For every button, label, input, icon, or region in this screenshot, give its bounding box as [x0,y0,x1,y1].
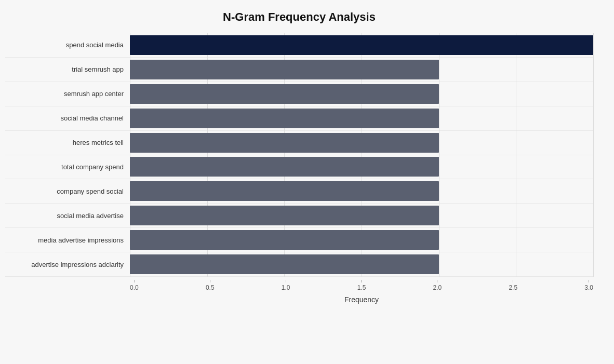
chart-container: N-Gram Frequency Analysis spend social m… [0,0,614,364]
x-tick: 0.0 [130,280,139,291]
bar-fill [130,109,439,128]
bar-row: heres metrics tell [5,131,593,155]
grid-line [593,33,594,277]
x-tick-label: 2.0 [433,284,442,291]
bar-label: spend social media [5,41,130,49]
x-tick: 3.0 [584,280,593,291]
bar-row: social media advertise [5,204,593,228]
x-tick-line [437,280,437,282]
chart-area: spend social mediatrial semrush appsemru… [5,33,593,304]
bar-row: media advertise impressions [5,228,593,252]
bar-fill [130,254,439,274]
bar-label: social media advertise [5,212,130,220]
bar-track [130,133,593,153]
bar-track [130,84,593,104]
x-tick-label: 2.5 [509,284,517,291]
x-tick: 2.5 [509,280,517,291]
bar-fill [130,157,439,177]
bar-fill [130,206,439,225]
bar-label: media advertise impressions [5,236,130,244]
x-tick-line [513,280,513,282]
bar-track [130,35,593,55]
bar-row: social media channel [5,106,593,131]
bar-track [130,206,593,225]
x-tick-label: 1.0 [282,284,290,291]
bar-fill [130,60,439,79]
bar-fill [130,230,439,250]
bar-fill [130,133,439,153]
x-tick-line [210,280,210,282]
bar-track [130,230,593,250]
bar-label: heres metrics tell [5,139,130,146]
x-tick-label: 3.0 [584,284,593,291]
x-axis: 0.00.51.01.52.02.53.0 [5,280,593,291]
bar-track [130,181,593,201]
bar-track [130,60,593,79]
x-tick-line [361,280,362,282]
x-axis-label: Frequency [5,295,593,304]
x-tick-label: 1.5 [357,284,366,291]
x-tick-label: 0.0 [130,284,139,291]
bar-row: semrush app center [5,82,593,106]
x-tick: 2.0 [433,280,442,291]
bars-section: spend social mediatrial semrush appsemru… [5,33,593,277]
x-tick: 0.5 [206,280,215,291]
bar-row: trial semrush app [5,58,593,82]
x-tick: 1.5 [357,280,366,291]
bar-row: company spend social [5,179,593,204]
bar-label: social media channel [5,114,130,122]
bar-fill [130,35,593,55]
bar-label: advertise impressions adclarity [5,261,130,268]
x-tick-label: 0.5 [206,284,215,291]
bar-label: company spend social [5,187,130,195]
x-tick-line [589,280,589,282]
bar-label: semrush app center [5,90,130,98]
bar-fill [130,84,439,104]
bar-track [130,157,593,177]
x-axis-ticks: 0.00.51.01.52.02.53.0 [130,280,593,291]
x-tick-line [286,280,286,282]
bar-row: spend social media [5,33,593,58]
chart-title: N-Gram Frequency Analysis [5,10,593,24]
bar-fill [130,181,439,201]
bar-track [130,109,593,128]
bar-row: advertise impressions adclarity [5,252,593,277]
bar-track [130,254,593,274]
x-tick: 1.0 [282,280,290,291]
x-tick-line [134,280,135,282]
bar-label: total company spend [5,163,130,171]
bar-label: trial semrush app [5,65,130,73]
bar-row: total company spend [5,155,593,180]
